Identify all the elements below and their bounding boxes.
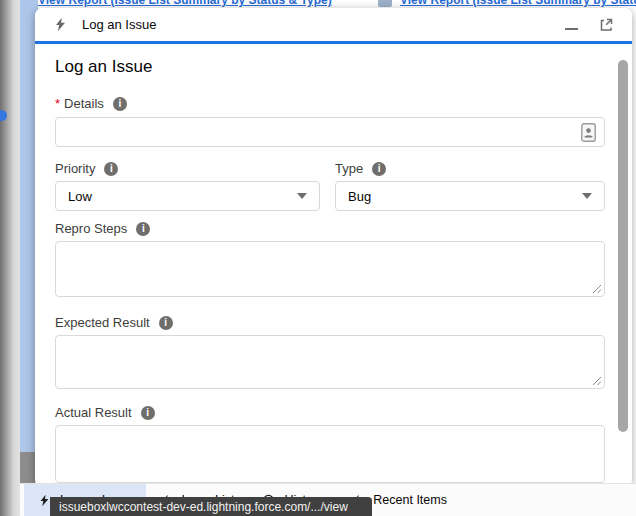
panel-title: Log an Issue — [82, 17, 156, 32]
details-input[interactable] — [56, 118, 604, 146]
actual-result-label-row: Actual Result — [55, 405, 605, 420]
contact-autofill-icon[interactable] — [581, 123, 596, 142]
chevron-down-icon — [297, 193, 307, 199]
repro-steps-label-row: Repro Steps — [55, 221, 605, 236]
background-page-top: View Report (Issue List Summary by Statu… — [38, 0, 636, 8]
log-issue-utility-panel: Log an Issue Log an Issue * Details — [35, 8, 632, 488]
priority-value: Low — [68, 189, 92, 204]
repro-steps-textarea[interactable] — [55, 241, 605, 297]
info-icon[interactable] — [136, 222, 150, 236]
info-icon[interactable] — [159, 316, 173, 330]
expected-result-label: Expected Result — [55, 315, 150, 330]
details-label: Details — [64, 96, 104, 111]
screen: View Report (Issue List Summary by Statu… — [0, 0, 636, 516]
minimize-icon[interactable] — [565, 28, 578, 30]
chevron-down-icon — [582, 193, 592, 199]
priority-type-row: Priority Low Type Bug — [55, 161, 605, 211]
type-label-row: Type — [335, 161, 605, 176]
priority-select[interactable]: Low — [55, 181, 320, 211]
info-icon[interactable] — [104, 162, 118, 176]
expected-result-textarea[interactable] — [55, 335, 605, 389]
repro-steps-textarea-wrap — [55, 241, 605, 297]
details-label-row: * Details — [55, 96, 605, 111]
popout-icon[interactable] — [598, 17, 614, 33]
view-report-link-right[interactable]: View Report (Issue List Summary by Statu… — [400, 0, 636, 7]
panel-header: Log an Issue — [35, 8, 632, 44]
resize-grip-icon[interactable] — [592, 284, 602, 294]
actual-result-textarea[interactable] — [55, 425, 605, 483]
expected-result-label-row: Expected Result — [55, 315, 605, 330]
scrollbar-thumb[interactable] — [618, 60, 628, 432]
flash-icon — [53, 17, 68, 32]
type-select[interactable]: Bug — [335, 181, 605, 211]
type-value: Bug — [348, 189, 371, 204]
type-label: Type — [335, 161, 363, 176]
repro-steps-field: Repro Steps — [55, 221, 605, 297]
priority-field: Priority Low — [55, 161, 320, 211]
priority-label-row: Priority — [55, 161, 320, 176]
view-report-link-left[interactable]: View Report (Issue List Summary by Statu… — [38, 0, 332, 7]
utility-tab-label: Recent Items — [373, 493, 447, 507]
details-field: * Details — [55, 96, 605, 147]
details-input-box — [55, 117, 605, 147]
required-marker: * — [55, 96, 60, 111]
actual-result-field: Actual Result — [55, 405, 605, 483]
report-chart-icon — [378, 0, 392, 7]
resize-grip-icon[interactable] — [592, 376, 602, 386]
actual-result-textarea-wrap — [55, 425, 605, 483]
header-actions — [565, 17, 614, 33]
form-heading: Log an Issue — [55, 56, 632, 78]
actual-result-label: Actual Result — [55, 405, 132, 420]
type-field: Type Bug — [335, 161, 605, 211]
expected-result-textarea-wrap — [55, 335, 605, 389]
info-icon[interactable] — [113, 97, 127, 111]
panel-body: Log an Issue * Details — [35, 44, 632, 485]
scrollbar-track[interactable] — [617, 50, 629, 445]
priority-label: Priority — [55, 161, 95, 176]
repro-steps-label: Repro Steps — [55, 221, 127, 236]
info-icon[interactable] — [141, 406, 155, 420]
status-url: issueboxlwccontest-dev-ed.lightning.forc… — [59, 500, 348, 514]
info-icon[interactable] — [372, 162, 386, 176]
desktop-edge — [0, 0, 20, 516]
expected-result-field: Expected Result — [55, 315, 605, 389]
link-preview-status-bar: issueboxlwccontest-dev-ed.lightning.forc… — [50, 497, 372, 516]
